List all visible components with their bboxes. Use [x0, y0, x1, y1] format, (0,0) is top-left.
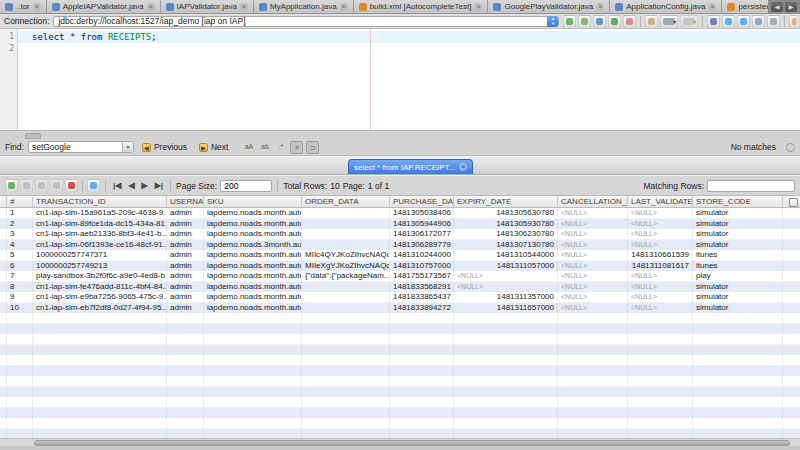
next-bookmark-icon[interactable] — [767, 15, 780, 28]
code-area[interactable]: select * from RECEIPTS; — [18, 29, 800, 130]
column-header-sku[interactable]: SKU — [204, 196, 302, 207]
column-header-purchase-date[interactable]: PURCHASE_DATE — [390, 196, 454, 207]
cell-id[interactable]: 1 — [7, 208, 33, 219]
cell-store_code[interactable] — [693, 376, 783, 387]
table-row[interactable]: 7play-sandbox-3b2f0f6c-a9e0-4ed8-b...adm… — [0, 271, 800, 282]
result-tab[interactable]: select * from IAP.RECEIPT... × — [348, 159, 473, 174]
cell-id[interactable] — [7, 418, 33, 429]
first-page-icon[interactable]: |◀ — [111, 181, 123, 190]
tab-persistence-xml[interactable]: persistence.xml× — [722, 0, 768, 13]
cell-last_validated[interactable] — [628, 408, 693, 419]
cell-last_validated[interactable] — [628, 355, 693, 366]
cell-store_code[interactable] — [693, 355, 783, 366]
cell-username[interactable] — [167, 376, 204, 387]
find-previous-icon[interactable] — [737, 15, 750, 28]
cell-transaction_id[interactable] — [33, 366, 167, 377]
cell-order_data[interactable] — [302, 240, 390, 251]
tab-close-icon[interactable]: × — [474, 3, 482, 11]
cell-transaction_id[interactable]: play-sandbox-3b2f0f6c-a9e0-4ed8-b... — [33, 271, 167, 282]
cell-expiry_date[interactable] — [454, 345, 558, 356]
cell-store_code[interactable]: simulator — [693, 208, 783, 219]
cell-sku[interactable]: iapdemo.noads.month.auto — [204, 303, 302, 314]
cell-last_validated[interactable]: <NULL> — [628, 282, 693, 293]
cell-expiry_date[interactable]: 1481305630780 — [454, 208, 558, 219]
find-next-button[interactable]: ▶ Next — [195, 141, 232, 153]
cell-transaction_id[interactable]: cn1-iap-sim-89fce1da-dc15-434a-81... — [33, 219, 167, 230]
cell-username[interactable] — [167, 313, 204, 324]
cell-id[interactable] — [7, 334, 33, 345]
cell-order_data[interactable] — [302, 397, 390, 408]
cell-purchase_date[interactable] — [390, 429, 454, 439]
cell-cancellation_date[interactable]: <NULL> — [558, 271, 628, 282]
truncate-table-icon[interactable] — [65, 179, 78, 192]
cell-id[interactable] — [7, 429, 33, 439]
cell-purchase_date[interactable]: 1481755173567 — [390, 271, 454, 282]
cell-sku[interactable] — [204, 429, 302, 439]
cell-purchase_date[interactable] — [390, 387, 454, 398]
cell-order_data[interactable] — [302, 208, 390, 219]
cell-username[interactable] — [167, 429, 204, 439]
cell-store_code[interactable] — [693, 408, 783, 419]
cell-cancellation_date[interactable]: <NULL> — [558, 261, 628, 272]
column-header-cancellation-date[interactable]: CANCELLATION_DATE — [558, 196, 628, 207]
cell-sku[interactable]: iapdemo.noads.month.auto — [204, 282, 302, 293]
previous-occurrence-icon[interactable] — [789, 15, 796, 28]
run-sql-icon[interactable] — [563, 15, 576, 28]
find-previous-button[interactable]: ◀ Previous — [138, 141, 191, 153]
cell-id[interactable] — [7, 366, 33, 377]
cell-sku[interactable] — [204, 366, 302, 377]
cell-last_validated[interactable] — [628, 418, 693, 429]
cell-last_validated[interactable] — [628, 397, 693, 408]
tab-close-icon[interactable]: × — [33, 3, 41, 11]
cell-cancellation_date[interactable] — [558, 397, 628, 408]
cell-sku[interactable] — [204, 355, 302, 366]
save-all-icon[interactable] — [660, 15, 678, 28]
cell-expiry_date[interactable] — [454, 355, 558, 366]
cell-transaction_id[interactable] — [33, 408, 167, 419]
cell-transaction_id[interactable] — [33, 376, 167, 387]
table-row[interactable]: 61000000257749213adminiapdemo.noads.mont… — [0, 261, 800, 272]
cell-expiry_date[interactable] — [454, 418, 558, 429]
column-header-last-validated[interactable]: LAST_VALIDATED — [628, 196, 693, 207]
cell-sku[interactable] — [204, 345, 302, 356]
cell-expiry_date[interactable]: 1481310544000 — [454, 250, 558, 261]
cell-cancellation_date[interactable]: <NULL> — [558, 219, 628, 230]
cell-purchase_date[interactable] — [390, 376, 454, 387]
sql-history-icon[interactable] — [593, 15, 606, 28]
cell-last_validated[interactable]: 1481311081617 — [628, 261, 693, 272]
cell-cancellation_date[interactable] — [558, 324, 628, 335]
cell-id[interactable]: 9 — [7, 292, 33, 303]
sql-statement-line[interactable]: select * from RECEIPTS; — [18, 31, 800, 43]
new-file-icon[interactable] — [623, 15, 636, 28]
cell-cancellation_date[interactable]: <NULL> — [558, 303, 628, 314]
column-settings-icon[interactable] — [789, 198, 798, 207]
cell-username[interactable] — [167, 408, 204, 419]
cell-sku[interactable] — [204, 418, 302, 429]
cell-transaction_id[interactable]: 1000000257749213 — [33, 261, 167, 272]
matching-rows-input[interactable] — [707, 180, 795, 192]
cell-order_data[interactable] — [302, 313, 390, 324]
match-case-icon[interactable]: aA — [242, 141, 255, 154]
cell-last_validated[interactable]: <NULL> — [628, 292, 693, 303]
cell-expiry_date[interactable]: 1481307130780 — [454, 240, 558, 251]
editor-results-splitter[interactable] — [0, 130, 800, 139]
cell-sku[interactable]: iapdemo.noads.month.auto — [204, 271, 302, 282]
cell-order_data[interactable] — [302, 282, 390, 293]
cell-order_data[interactable] — [302, 408, 390, 419]
cell-expiry_date[interactable] — [454, 429, 558, 439]
tab-applicationconfig-java[interactable]: ApplicationConfig.java× — [610, 0, 722, 13]
cell-store_code[interactable]: simulator — [693, 292, 783, 303]
cell-id[interactable]: 5 — [7, 250, 33, 261]
cell-purchase_date[interactable] — [390, 397, 454, 408]
cell-transaction_id[interactable]: cn1-iap-sim-fe476add-811c-4bf4-84... — [33, 282, 167, 293]
cell-expiry_date[interactable]: <NULL> — [454, 271, 558, 282]
cell-last_validated[interactable] — [628, 334, 693, 345]
delete-record-icon[interactable] — [20, 179, 33, 192]
cell-last_validated[interactable]: <NULL> — [628, 271, 693, 282]
cell-sku[interactable]: iapdemo.noads.month.auto — [204, 261, 302, 272]
wrap-search-icon[interactable]: ⊃ — [306, 141, 319, 154]
cell-store_code[interactable]: simulator — [693, 229, 783, 240]
find-dropdown-icon[interactable]: ▼ — [122, 142, 133, 152]
cell-store_code[interactable]: simulator — [693, 303, 783, 314]
cell-cancellation_date[interactable] — [558, 355, 628, 366]
